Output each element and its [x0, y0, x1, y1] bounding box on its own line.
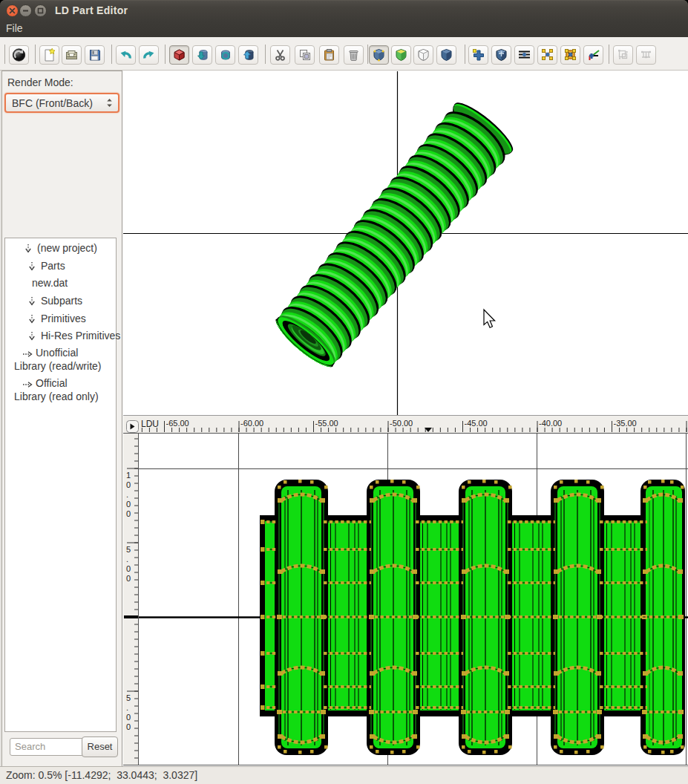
- svg-text:0: 0: [126, 722, 131, 731]
- svg-text:-50.00: -50.00: [390, 419, 413, 428]
- svg-text:-35.00: -35.00: [614, 419, 637, 428]
- svg-text:0: 0: [126, 509, 131, 518]
- svg-text:1: 1: [126, 471, 131, 480]
- svg-text:LDU: LDU: [141, 419, 159, 429]
- svg-text:.: .: [126, 703, 128, 712]
- svg-text:5: 5: [126, 545, 131, 554]
- svg-text:0: 0: [126, 574, 131, 583]
- svg-text:0: 0: [126, 713, 131, 722]
- svg-text:-45.00: -45.00: [465, 419, 488, 428]
- svg-text:.: .: [126, 555, 128, 564]
- svg-text:.: .: [126, 490, 128, 499]
- svg-text:-40.00: -40.00: [539, 419, 562, 428]
- svg-text:0: 0: [126, 500, 131, 509]
- svg-text:5: 5: [126, 693, 131, 702]
- svg-text:0: 0: [126, 564, 131, 573]
- svg-text:-60.00: -60.00: [240, 419, 263, 428]
- svg-text:-55.00: -55.00: [315, 419, 338, 428]
- svg-text:-65.00: -65.00: [166, 419, 189, 428]
- svg-text:0: 0: [126, 480, 131, 489]
